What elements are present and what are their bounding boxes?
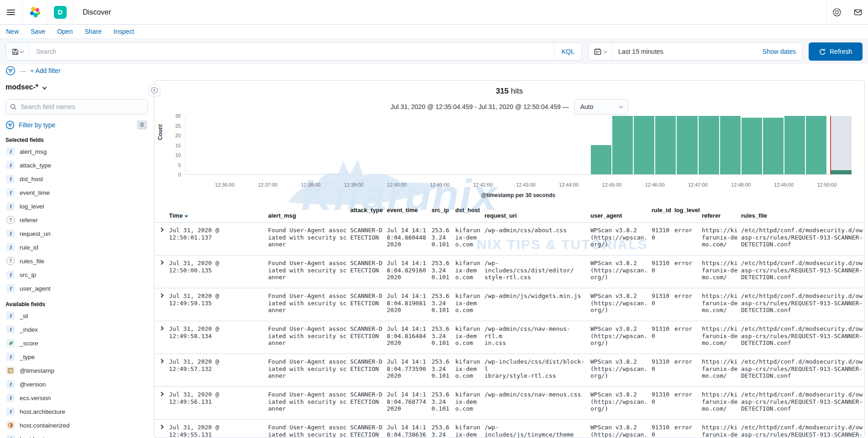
show-dates-link[interactable]: Show dates xyxy=(763,48,802,55)
time-range-value[interactable]: Last 15 minutes xyxy=(613,48,663,55)
expand-row-button[interactable] xyxy=(157,358,169,386)
sidebar-field-@timestamp[interactable]: @timestamp xyxy=(5,364,148,377)
cell-alert_msg: Found User-Agent assoc iated with securi… xyxy=(268,227,350,255)
column-header-attack_type[interactable]: attack_type xyxy=(350,206,387,222)
sidebar-field-rule_id[interactable]: trule_id xyxy=(5,240,148,254)
toolbar-link-new[interactable]: New xyxy=(6,28,19,35)
column-header-rules_file[interactable]: rules_file xyxy=(741,206,867,222)
cell-event_time: Jul 14 14:1 8:04.829160 2020 xyxy=(387,260,431,288)
histogram-bar[interactable] xyxy=(805,116,827,174)
field-type-string-icon: t xyxy=(6,325,15,334)
y-tick-label: 25 xyxy=(175,123,181,129)
x-tick-label: 12:50:00 xyxy=(817,182,836,188)
filter-bar: — + Add filter xyxy=(0,64,61,77)
column-header-dst_host[interactable]: dst_host xyxy=(455,206,484,222)
field-name: _type xyxy=(20,354,35,360)
column-header-alert_msg[interactable]: alert_msg xyxy=(268,206,350,222)
sidebar-field-host.hostname[interactable]: thost.hostname xyxy=(5,432,148,438)
histogram-bar[interactable] xyxy=(763,118,784,174)
query-language-button[interactable]: KQL xyxy=(554,43,582,60)
partial-bucket-bar[interactable] xyxy=(830,170,852,174)
histogram-bar[interactable] xyxy=(590,145,612,174)
search-input[interactable] xyxy=(30,48,554,55)
sidebar-field-host.containerized[interactable]: host.containerized xyxy=(5,418,148,432)
expand-row-button[interactable] xyxy=(157,260,169,288)
menu-toggle-button[interactable] xyxy=(0,0,22,24)
sidebar-field-dst_host[interactable]: tdst_host xyxy=(5,172,148,186)
sidebar-field-@version[interactable]: t@version xyxy=(5,377,148,391)
collapse-sidebar-button[interactable] xyxy=(148,84,160,96)
column-header-referer[interactable]: referer xyxy=(702,206,741,222)
sidebar-field-_index[interactable]: t_index xyxy=(5,323,148,336)
cell-rules_file: /etc/httpd/conf.d/modsecurity.d/ow asp-c… xyxy=(741,325,864,354)
sidebar-field-rules_file[interactable]: ?rules_file xyxy=(5,254,148,268)
field-name: host.hostname xyxy=(20,436,60,438)
sidebar-field-referer[interactable]: ?referer xyxy=(5,213,148,227)
column-header-log_level[interactable]: log_level xyxy=(674,206,702,222)
column-header-event_time[interactable]: event_time xyxy=(387,206,431,222)
toolbar-link-open[interactable]: Open xyxy=(57,28,73,35)
column-header-user_agent[interactable]: user_agent xyxy=(590,206,652,222)
histogram-bar[interactable] xyxy=(720,116,741,174)
sidebar-field-alert_msg[interactable]: talert_msg xyxy=(5,145,148,158)
cell-request_uri: /wp-includes/js/tinymce/theme s/advanced… xyxy=(484,424,590,438)
histogram-bar[interactable] xyxy=(784,116,805,174)
table-row: Jul 31, 2020 @ 12:50:00.135Found User-Ag… xyxy=(154,256,864,288)
sidebar-field-user_agent[interactable]: tuser_agent xyxy=(5,282,148,295)
column-header-request_uri[interactable]: request_uri xyxy=(484,206,590,222)
histogram-bar[interactable] xyxy=(655,116,676,174)
elastic-logo[interactable] xyxy=(22,0,48,24)
toolbar-link-inspect[interactable]: Inspect xyxy=(114,28,134,35)
expand-row-button[interactable] xyxy=(157,424,169,438)
histogram-bar[interactable] xyxy=(612,116,633,174)
histogram-bar[interactable] xyxy=(698,116,720,174)
field-search-input[interactable] xyxy=(5,99,148,115)
expand-row-button[interactable] xyxy=(157,391,169,419)
sidebar-field-attack_type[interactable]: tattack_type xyxy=(5,158,148,172)
calendar-icon xyxy=(594,48,601,55)
filter-icon[interactable] xyxy=(5,66,16,76)
index-pattern-selector[interactable]: modsec-* xyxy=(5,82,148,92)
sidebar-field-ecs.version[interactable]: tecs.version xyxy=(5,391,148,405)
sidebar-field-_id[interactable]: t_id xyxy=(5,309,148,323)
sidebar-field-_type[interactable]: t_type xyxy=(5,350,148,364)
sidebar-field-_score[interactable]: #_score xyxy=(5,336,148,350)
histogram-bar[interactable] xyxy=(633,116,655,174)
histogram-bar[interactable] xyxy=(676,116,698,174)
y-tick-label: 15 xyxy=(175,143,181,148)
add-filter-button[interactable]: + Add filter xyxy=(30,67,61,74)
cell-rule_id: 91310 0 xyxy=(652,260,674,288)
cell-alert_msg: Found User-Agent assoc iated with securi… xyxy=(268,391,350,419)
sidebar-field-log_level[interactable]: tlog_level xyxy=(5,199,148,213)
histogram-plot-area[interactable] xyxy=(185,116,852,175)
cell-user_agent: WPScan v3.8.2 (https://wpscan. org/) xyxy=(590,391,652,419)
x-tick-label: 12:39:00 xyxy=(344,182,363,188)
histogram-bar[interactable] xyxy=(741,118,763,174)
column-header-time[interactable]: Time xyxy=(169,206,268,222)
field-name: host.architecture xyxy=(20,408,65,415)
sidebar-field-host.architecture[interactable]: thost.architecture xyxy=(5,405,148,418)
expand-row-button[interactable] xyxy=(157,227,169,255)
toolbar-link-save[interactable]: Save xyxy=(31,28,45,35)
space-selector[interactable]: D xyxy=(48,0,73,24)
cell-alert_msg: Found User-Agent assoc iated with securi… xyxy=(268,260,350,288)
sidebar-field-src_ip[interactable]: tsrc_ip xyxy=(5,268,148,282)
filter-by-type-button[interactable]: Filter by type xyxy=(19,121,55,129)
saved-query-menu-button[interactable] xyxy=(6,43,30,60)
expand-row-button[interactable] xyxy=(157,292,169,321)
table-row: Jul 31, 2020 @ 12:49:55.131Found User-Ag… xyxy=(154,420,864,438)
sort-descending-icon xyxy=(184,215,188,218)
cell-referer: https://ki farunix-de mo.com/ xyxy=(702,424,741,438)
sidebar-field-request_uri[interactable]: trequest_uri xyxy=(5,227,148,240)
table-row: Jul 31, 2020 @ 12:49:57.132Found User-Ag… xyxy=(154,354,864,387)
refresh-button[interactable]: Refresh xyxy=(809,42,863,61)
help-button[interactable] xyxy=(831,7,842,18)
column-header-src_ip[interactable]: src_ip xyxy=(431,206,455,222)
toolbar-link-share[interactable]: Share xyxy=(84,28,101,35)
cell-rules_file: /etc/httpd/conf.d/modsecurity.d/ow asp-c… xyxy=(741,227,864,255)
expand-row-button[interactable] xyxy=(157,325,169,354)
newsfeed-button[interactable] xyxy=(852,7,863,18)
column-header-rule_id[interactable]: rule_id xyxy=(652,206,674,222)
date-quick-select-button[interactable] xyxy=(589,43,613,60)
sidebar-field-event_time[interactable]: tevent_time xyxy=(5,186,148,199)
